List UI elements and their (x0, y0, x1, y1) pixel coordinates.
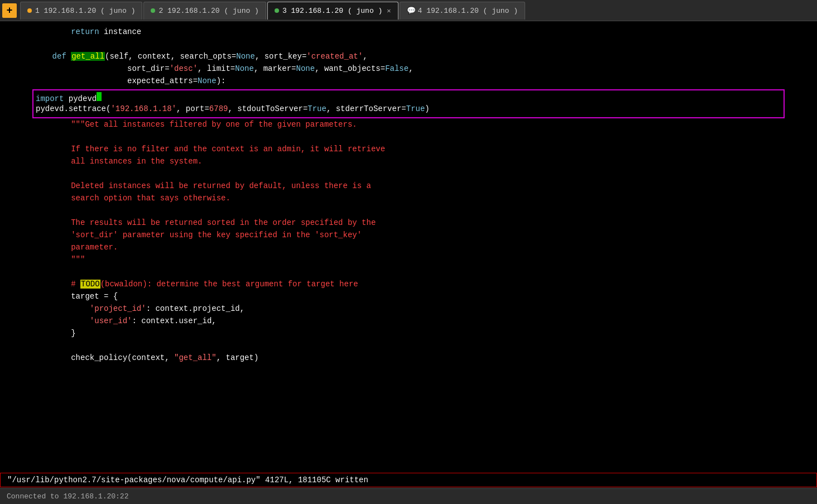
tab-2-label: 2 192.168.1.20 ( juno ) (158, 7, 258, 15)
code-docstring-5: search option that says otherwise. (0, 193, 817, 205)
code-check-policy: check_policy(context, "get_all", target) (0, 353, 817, 365)
text-cursor (97, 92, 102, 101)
code-docstring-end: """ (0, 255, 817, 267)
tab-3-label: 3 192.168.1.20 ( juno ) (282, 7, 382, 15)
tab-1[interactable]: 1 192.168.1.20 ( juno ) (20, 2, 142, 20)
vim-status-bar: "/usr/lib/python2.7/site-packages/nova/c… (0, 473, 817, 487)
code-docstring-2: If there is no filter and the context is… (0, 144, 817, 156)
code-docstring-7: 'sort_dir' parameter using the key speci… (0, 230, 817, 242)
code-target-2: 'user_id': context.user_id, (0, 316, 817, 328)
pydevd-debug-block: import pydevd pydevd.settrace('192.168.1… (32, 89, 785, 118)
code-line-1: return instance (0, 27, 817, 39)
tab-1-dot (27, 8, 32, 13)
bottom-status-bar: Connected to 192.168.1.20:22 (0, 488, 817, 504)
code-blank-4 (0, 205, 817, 218)
tab-3[interactable]: 3 192.168.1.20 ( juno ) ✕ (267, 2, 398, 20)
new-tab-button[interactable]: + (2, 3, 17, 18)
code-line-def: def get_all(self, context, search_opts=N… (0, 51, 817, 64)
connection-status: Connected to 192.168.1.20:22 (7, 492, 128, 501)
code-docstring-1: """Get all instances filtered by one of … (0, 119, 817, 132)
tab-2[interactable]: 2 192.168.1.20 ( juno ) (143, 2, 266, 20)
code-docstring-4: Deleted instances will be returned by de… (0, 181, 817, 193)
code-editor[interactable]: return instance def get_all(self, contex… (0, 21, 817, 479)
tab-3-dot (275, 8, 279, 13)
code-target-open: target = { (0, 291, 817, 304)
tab-3-close[interactable]: ✕ (387, 7, 391, 15)
code-blank-5 (0, 267, 817, 279)
code-target-1: 'project_id': context.project_id, (0, 304, 817, 316)
pydevd-line-2: pydevd.settrace('192.168.1.18', port=678… (36, 104, 781, 116)
code-blank-2 (0, 132, 817, 144)
code-todo-line: # TODO(bcwaldon): determine the best arg… (0, 279, 817, 291)
tab-4[interactable]: 💬 4 192.168.1.20 ( juno ) (400, 2, 525, 20)
code-line-def2: sort_dir='desc', limit=None, marker=None… (0, 64, 817, 76)
vim-status-message: "/usr/lib/python2.7/site-packages/nova/c… (7, 476, 368, 484)
pydevd-line-1: import pydevd (36, 92, 781, 104)
code-blank-6 (0, 340, 817, 353)
code-docstring-6: The results will be returned sorted in t… (0, 218, 817, 230)
chat-icon: 💬 (407, 6, 416, 15)
code-blank-3 (0, 169, 817, 181)
code-line-def3: expected_attrs=None): (0, 76, 817, 88)
tab-4-label: 4 192.168.1.20 ( juno ) (418, 7, 518, 15)
tab-1-label: 1 192.168.1.20 ( juno ) (35, 7, 135, 15)
tab-2-dot (151, 8, 155, 13)
code-line-blank-1 (0, 39, 817, 51)
code-target-close: } (0, 328, 817, 340)
code-docstring-8: parameter. (0, 242, 817, 255)
code-docstring-3: all instances in the system. (0, 156, 817, 169)
tab-bar: + 1 192.168.1.20 ( juno ) 2 192.168.1.20… (0, 0, 817, 21)
